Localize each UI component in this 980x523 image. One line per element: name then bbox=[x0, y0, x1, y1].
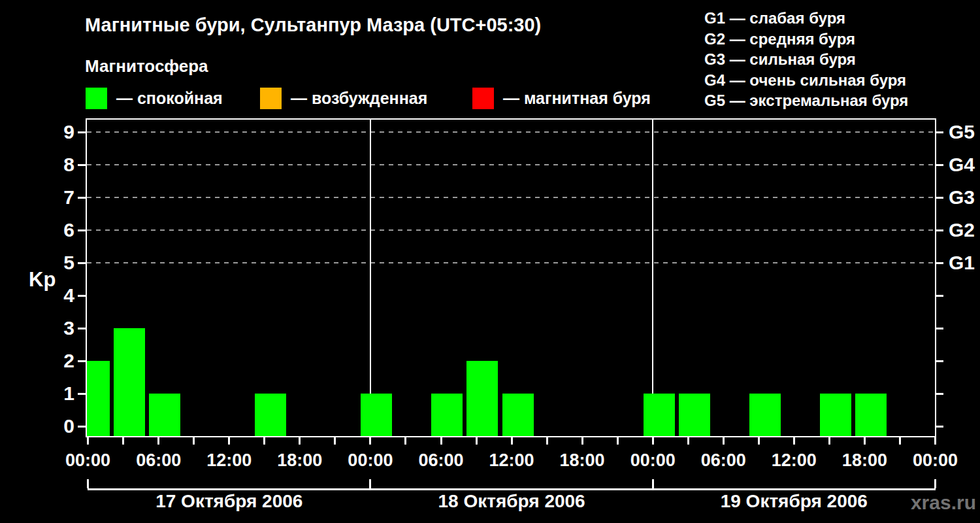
date-label: 18 Октября 2006 bbox=[394, 491, 629, 512]
x-axis-tick bbox=[263, 436, 265, 445]
kp-bar bbox=[431, 394, 463, 436]
g-scale-label-G4: G4 bbox=[949, 154, 975, 176]
x-axis-time-label: 06:00 bbox=[120, 450, 198, 471]
kp-bar bbox=[361, 394, 392, 436]
x-axis-tick bbox=[440, 436, 442, 445]
y-axis-tick-label: 5 bbox=[33, 252, 74, 274]
x-axis-tick bbox=[899, 436, 901, 445]
legend-item-excited: — возбужденная bbox=[260, 87, 427, 109]
kp-bar bbox=[749, 394, 781, 436]
y-axis-tick bbox=[78, 164, 86, 166]
y-axis-tick-label: 7 bbox=[33, 186, 74, 209]
x-axis-tick bbox=[228, 436, 230, 445]
kp-bar bbox=[644, 394, 675, 436]
y-axis-tick-right bbox=[935, 328, 943, 329]
excited-color-swatch bbox=[260, 88, 282, 109]
y-axis-tick-right bbox=[935, 164, 943, 166]
y-axis-tick-label: 0 bbox=[33, 415, 74, 437]
legend-item-storm: — магнитная буря bbox=[472, 87, 651, 109]
y-axis-tick bbox=[78, 393, 86, 395]
legend-label-quiet: — спокойная bbox=[116, 89, 223, 108]
storm-scale-line-g5: G5 — экстремальная буря bbox=[704, 90, 908, 111]
date-bracket-stub bbox=[369, 479, 371, 488]
date-bracket-line bbox=[88, 488, 936, 490]
y-axis-tick-right bbox=[935, 426, 943, 428]
storm-color-swatch bbox=[472, 88, 494, 109]
y-axis-tick-label: 8 bbox=[33, 154, 74, 176]
storm-scale-line-g4: G4 — очень сильная буря bbox=[704, 70, 908, 91]
kp-bar bbox=[466, 361, 498, 436]
x-axis-tick bbox=[934, 436, 936, 445]
x-axis-tick bbox=[87, 436, 89, 445]
kp-gridline-G2 bbox=[87, 229, 935, 231]
x-axis-tick bbox=[828, 436, 830, 445]
date-label: 19 Октября 2006 bbox=[676, 491, 911, 512]
y-axis-tick-right bbox=[935, 295, 943, 297]
kp-gridline-G5 bbox=[87, 131, 935, 133]
x-axis-time-label: 06:00 bbox=[402, 450, 480, 471]
legend-label-excited: — возбужденная bbox=[291, 89, 427, 108]
storm-scale-legend: G1 — слабая буря G2 — средняя буря G3 — … bbox=[704, 8, 908, 111]
y-axis-tick bbox=[78, 262, 86, 264]
x-axis-time-label: 00:00 bbox=[49, 450, 127, 471]
y-axis-tick-right bbox=[935, 393, 943, 395]
date-bracket-stub bbox=[652, 479, 654, 488]
x-axis-tick bbox=[687, 436, 689, 445]
y-axis-tick-label: 4 bbox=[33, 284, 74, 307]
y-axis-tick bbox=[78, 131, 86, 133]
storm-scale-line-g1: G1 — слабая буря bbox=[704, 8, 908, 29]
day-divider bbox=[370, 120, 371, 436]
g-scale-label-G3: G3 bbox=[949, 186, 975, 209]
y-axis-tick bbox=[78, 328, 86, 329]
kp-bar bbox=[679, 394, 710, 436]
x-axis-tick bbox=[404, 436, 406, 445]
x-axis-tick bbox=[299, 436, 301, 445]
kp-bar bbox=[255, 394, 286, 436]
y-axis-tick-label: 2 bbox=[33, 350, 74, 372]
date-bracket-stub bbox=[87, 479, 89, 488]
y-axis-tick bbox=[78, 295, 86, 297]
y-axis-tick-label: 6 bbox=[33, 219, 74, 241]
x-axis-time-label: 18:00 bbox=[543, 450, 621, 471]
kp-bar bbox=[820, 394, 851, 436]
kp-bar bbox=[87, 361, 110, 436]
y-axis-tick-right bbox=[935, 197, 943, 199]
x-axis-tick bbox=[193, 436, 195, 445]
kp-bar bbox=[502, 394, 534, 436]
y-axis-tick bbox=[78, 426, 86, 428]
x-axis-time-label: 00:00 bbox=[613, 450, 692, 471]
x-axis-tick bbox=[511, 436, 513, 445]
x-axis-time-label: 18:00 bbox=[261, 450, 339, 471]
x-axis-tick bbox=[122, 436, 124, 445]
quiet-color-swatch bbox=[86, 88, 107, 109]
watermark: xras.ru bbox=[911, 492, 976, 514]
kp-bar bbox=[114, 328, 145, 436]
y-axis-tick-right bbox=[935, 131, 943, 133]
x-axis-time-label: 12:00 bbox=[755, 450, 833, 471]
legend-item-quiet: — спокойная bbox=[86, 87, 223, 109]
kp-bar bbox=[855, 394, 887, 436]
magnetic-storm-chart: Магнитные бури, Сультанпур Мазра (UTC+05… bbox=[0, 0, 980, 523]
x-axis-tick bbox=[864, 436, 866, 445]
y-axis-tick-right bbox=[935, 229, 943, 231]
g-scale-label-G1: G1 bbox=[949, 252, 975, 274]
storm-scale-line-g3: G3 — сильная буря bbox=[704, 49, 908, 70]
chart-subtitle: Магнитосфера bbox=[85, 56, 208, 76]
date-bracket-stub bbox=[934, 479, 936, 488]
x-axis-time-label: 00:00 bbox=[896, 450, 975, 471]
y-axis-tick-label: 1 bbox=[33, 382, 74, 405]
legend-label-storm: — магнитная буря bbox=[503, 89, 651, 108]
y-axis-tick-label: 9 bbox=[33, 121, 74, 143]
x-axis-time-label: 12:00 bbox=[472, 450, 551, 471]
g-scale-label-G2: G2 bbox=[949, 219, 975, 241]
kp-gridline-G1 bbox=[87, 262, 935, 263]
x-axis-time-label: 12:00 bbox=[190, 450, 269, 471]
kp-gridline-G3 bbox=[87, 197, 935, 198]
x-axis-tick bbox=[617, 436, 619, 445]
x-axis-tick bbox=[334, 436, 336, 445]
y-axis-tick-right bbox=[935, 262, 943, 264]
y-axis-tick-label: 3 bbox=[33, 317, 74, 339]
y-axis-tick bbox=[78, 197, 86, 199]
y-axis-tick-right bbox=[935, 360, 943, 362]
date-label: 17 Октября 2006 bbox=[112, 491, 347, 512]
